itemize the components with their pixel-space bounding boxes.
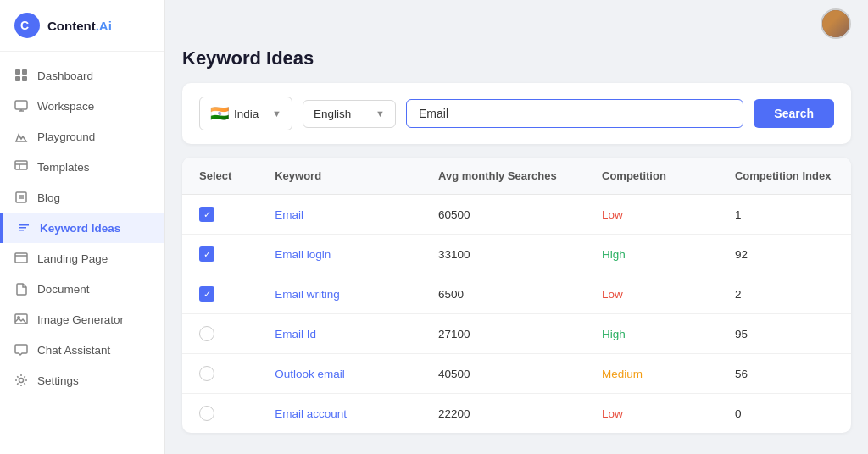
keyword-link[interactable]: Email Id bbox=[275, 328, 316, 340]
avatar[interactable] bbox=[821, 8, 851, 39]
sidebar-label-landing-page: Landing Page bbox=[37, 252, 108, 265]
sidebar-label-settings: Settings bbox=[37, 374, 79, 387]
table-row: Outlook email40500Medium56 bbox=[182, 354, 851, 394]
landing-page-icon bbox=[14, 251, 29, 266]
svg-text:C: C bbox=[20, 19, 29, 32]
keyword-link[interactable]: Email bbox=[275, 208, 303, 221]
cell-keyword: Outlook email bbox=[258, 354, 421, 394]
cell-select bbox=[182, 394, 258, 434]
topbar bbox=[165, 0, 868, 47]
sidebar-item-chat-assistant[interactable]: Chat Assistant bbox=[0, 335, 164, 365]
language-dropdown[interactable]: English ▼ bbox=[303, 100, 396, 128]
logo-text: Content.Ai bbox=[47, 19, 112, 33]
col-competition: Competition bbox=[585, 158, 718, 195]
cell-select bbox=[182, 314, 258, 354]
cell-keyword: Email Id bbox=[258, 314, 421, 354]
checkbox-checked[interactable]: ✓ bbox=[199, 286, 214, 302]
search-button[interactable]: Search bbox=[754, 99, 834, 128]
table-row: ✓Email writing6500Low2 bbox=[182, 274, 851, 314]
sidebar-label-playground: Playground bbox=[37, 130, 95, 143]
col-select: Select bbox=[182, 158, 258, 195]
cell-keyword: Email bbox=[258, 195, 421, 235]
cell-avg-searches: 22200 bbox=[421, 394, 585, 434]
svg-rect-6 bbox=[15, 101, 27, 109]
sidebar-item-document[interactable]: Document bbox=[0, 274, 164, 304]
country-dropdown[interactable]: 🇮🇳 India ▼ bbox=[199, 97, 292, 130]
sidebar-item-workspace[interactable]: Workspace bbox=[0, 91, 164, 121]
page-title: Keyword Ideas bbox=[182, 47, 851, 69]
sidebar-label-document: Document bbox=[37, 283, 90, 296]
cell-competition-index: 56 bbox=[718, 354, 851, 394]
settings-icon bbox=[14, 373, 29, 388]
sidebar-item-keyword-ideas[interactable]: Keyword Ideas bbox=[0, 213, 164, 243]
svg-rect-4 bbox=[15, 76, 20, 81]
keyword-link[interactable]: Email writing bbox=[275, 288, 340, 301]
sidebar-label-workspace: Workspace bbox=[37, 100, 94, 113]
main-content: Keyword Ideas 🇮🇳 India ▼ English ▼ Searc… bbox=[165, 0, 868, 454]
col-avg-searches: Avg monthly Searches bbox=[421, 158, 585, 195]
dashboard-icon bbox=[14, 68, 29, 83]
competition-badge: Low bbox=[602, 407, 623, 420]
image-generator-icon bbox=[14, 312, 29, 327]
cell-select: ✓ bbox=[182, 235, 258, 274]
cell-avg-searches: 6500 bbox=[421, 274, 585, 314]
sidebar-item-landing-page[interactable]: Landing Page bbox=[0, 243, 164, 274]
search-section: 🇮🇳 India ▼ English ▼ Search bbox=[182, 83, 851, 144]
col-competition-index: Competition Index bbox=[718, 158, 851, 195]
table-row: ✓Email60500Low1 bbox=[182, 195, 851, 235]
country-flag: 🇮🇳 bbox=[210, 104, 229, 123]
sidebar-label-dashboard: Dashboard bbox=[37, 69, 93, 82]
language-label: English bbox=[314, 108, 351, 120]
playground-icon bbox=[14, 129, 29, 144]
sidebar-item-settings[interactable]: Settings bbox=[0, 365, 164, 396]
chat-assistant-icon bbox=[14, 342, 29, 357]
svg-rect-2 bbox=[15, 69, 20, 75]
cell-competition: Low bbox=[585, 195, 718, 235]
keyword-link[interactable]: Email account bbox=[275, 407, 347, 420]
sidebar-item-blog[interactable]: Blog bbox=[0, 182, 164, 213]
svg-rect-5 bbox=[22, 76, 27, 81]
cell-competition: High bbox=[585, 235, 718, 274]
logo-icon: C bbox=[14, 12, 41, 39]
sidebar-item-dashboard[interactable]: Dashboard bbox=[0, 60, 164, 91]
table-row: ✓Email login33100High92 bbox=[182, 235, 851, 274]
checkbox-unchecked[interactable] bbox=[199, 326, 214, 341]
competition-badge: High bbox=[602, 248, 626, 261]
svg-rect-3 bbox=[22, 69, 27, 75]
checkbox-checked[interactable]: ✓ bbox=[199, 246, 214, 262]
svg-point-19 bbox=[19, 379, 24, 383]
cell-competition-index: 92 bbox=[718, 235, 851, 274]
language-chevron-icon: ▼ bbox=[376, 108, 385, 119]
table-header-row: Select Keyword Avg monthly Searches Comp… bbox=[182, 158, 851, 195]
sidebar: C Content.Ai Dashboard Workspace Playgro… bbox=[0, 0, 165, 454]
cell-competition: Low bbox=[585, 394, 718, 434]
sidebar-item-templates[interactable]: Templates bbox=[0, 152, 164, 182]
cell-avg-searches: 60500 bbox=[421, 195, 585, 235]
cell-select: ✓ bbox=[182, 195, 258, 235]
sidebar-nav: Dashboard Workspace Playground Templates bbox=[0, 52, 164, 454]
cell-competition-index: 0 bbox=[718, 394, 851, 434]
sidebar-label-templates: Templates bbox=[37, 161, 90, 174]
table-row: Email account22200Low0 bbox=[182, 394, 851, 434]
competition-badge: Medium bbox=[602, 368, 643, 380]
cell-competition-index: 1 bbox=[718, 195, 851, 235]
keyword-link[interactable]: Outlook email bbox=[275, 368, 345, 380]
keyword-icon bbox=[16, 220, 31, 235]
workspace-icon bbox=[14, 98, 29, 114]
sidebar-label-image-generator: Image Generator bbox=[37, 313, 124, 326]
sidebar-item-playground[interactable]: Playground bbox=[0, 121, 164, 152]
sidebar-item-image-generator[interactable]: Image Generator bbox=[0, 304, 164, 335]
checkbox-unchecked[interactable] bbox=[199, 406, 214, 421]
competition-badge: Low bbox=[602, 208, 623, 221]
competition-badge: Low bbox=[602, 288, 623, 301]
svg-rect-9 bbox=[15, 161, 27, 169]
checkbox-checked[interactable]: ✓ bbox=[199, 207, 214, 222]
blog-icon bbox=[14, 190, 29, 205]
keyword-link[interactable]: Email login bbox=[275, 248, 331, 261]
cell-avg-searches: 27100 bbox=[421, 314, 585, 354]
search-input[interactable] bbox=[406, 99, 743, 128]
avatar-image bbox=[822, 10, 849, 37]
checkbox-unchecked[interactable] bbox=[199, 366, 214, 381]
keyword-table: Select Keyword Avg monthly Searches Comp… bbox=[182, 158, 851, 433]
country-label: India bbox=[234, 108, 259, 120]
